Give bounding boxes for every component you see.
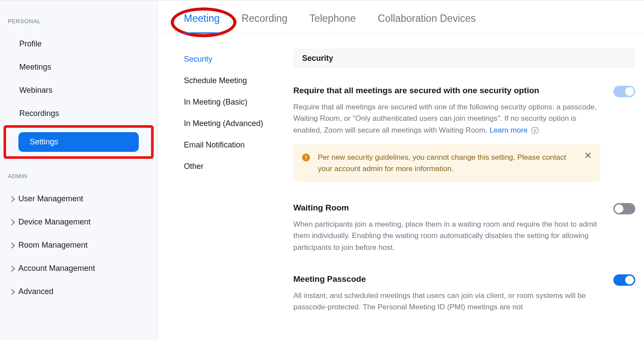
- tab-telephone[interactable]: Telephone: [310, 13, 356, 33]
- tab-meeting[interactable]: Meeting: [184, 13, 220, 33]
- emphasis-box-settings: Settings: [4, 125, 154, 159]
- setting-waiting-room: Waiting Room When participants join a me…: [293, 203, 635, 253]
- subnav-item-in-meeting-advanced[interactable]: In Meeting (Advanced): [184, 113, 285, 134]
- toggle-waiting-room[interactable]: [613, 203, 635, 214]
- chevron-right-icon: [9, 265, 15, 271]
- warning-icon: !: [302, 154, 310, 161]
- toggle-require-security[interactable]: [613, 86, 635, 97]
- sidebar-item-user-management[interactable]: User Management: [0, 187, 157, 210]
- settings-panel: Security Require that all meetings are s…: [293, 34, 644, 340]
- sidebar-item-profile[interactable]: Profile: [0, 32, 157, 56]
- sidebar-item-account-management[interactable]: Account Management: [0, 257, 157, 280]
- subnav-item-security[interactable]: Security: [184, 49, 285, 70]
- subnav-item-other[interactable]: Other: [184, 156, 285, 177]
- chevron-right-icon: [9, 288, 15, 294]
- sidebar-section-personal: PERSONAL: [0, 13, 157, 32]
- toggle-meeting-passcode[interactable]: [613, 274, 635, 286]
- setting-description: All instant, and scheduled meetings that…: [293, 290, 600, 313]
- subnav-item-schedule-meeting[interactable]: Schedule Meeting: [184, 70, 285, 91]
- locked-setting-notice: ! Per new security guidelines, you canno…: [293, 144, 600, 182]
- sidebar-item-advanced[interactable]: Advanced: [0, 280, 157, 303]
- setting-title: Meeting Passcode: [293, 274, 600, 284]
- sidebar-item-meetings[interactable]: Meetings: [0, 56, 157, 79]
- close-icon[interactable]: [584, 151, 592, 160]
- main-content: Meeting Recording Telephone Collaboratio…: [158, 0, 644, 340]
- section-header-security: Security: [293, 49, 635, 68]
- setting-meeting-passcode: Meeting Passcode All instant, and schedu…: [293, 274, 635, 313]
- setting-description: Require that all meetings are secured wi…: [293, 102, 600, 136]
- chevron-right-icon: [9, 219, 15, 225]
- sidebar-item-device-management[interactable]: Device Management: [0, 210, 157, 234]
- learn-more-link[interactable]: Learn more: [489, 126, 528, 134]
- setting-description: When participants join a meeting, place …: [293, 219, 600, 253]
- tabs: Meeting Recording Telephone Collaboratio…: [158, 0, 644, 34]
- sidebar-item-webinars[interactable]: Webinars: [0, 79, 157, 102]
- tab-collaboration-devices[interactable]: Collaboration Devices: [378, 13, 476, 33]
- chevron-right-icon: [9, 242, 15, 248]
- subnav-item-email-notification[interactable]: Email Notification: [184, 134, 285, 156]
- verified-badge-icon: V: [531, 127, 538, 133]
- setting-require-security: Require that all meetings are secured wi…: [293, 86, 635, 182]
- tab-recording[interactable]: Recording: [242, 13, 288, 33]
- settings-subnav: Security Schedule Meeting In Meeting (Ba…: [158, 34, 293, 340]
- sidebar-item-settings[interactable]: Settings: [11, 130, 147, 154]
- chevron-right-icon: [9, 196, 15, 202]
- setting-title: Waiting Room: [293, 203, 600, 213]
- sidebar-section-admin: ADMIN: [0, 168, 157, 187]
- sidebar-item-room-management[interactable]: Room Management: [0, 234, 157, 257]
- sidebar: PERSONAL Profile Meetings Webinars Recor…: [0, 0, 158, 340]
- sidebar-item-recordings[interactable]: Recordings: [0, 102, 157, 125]
- subnav-item-in-meeting-basic[interactable]: In Meeting (Basic): [184, 91, 285, 113]
- setting-title: Require that all meetings are secured wi…: [293, 86, 600, 95]
